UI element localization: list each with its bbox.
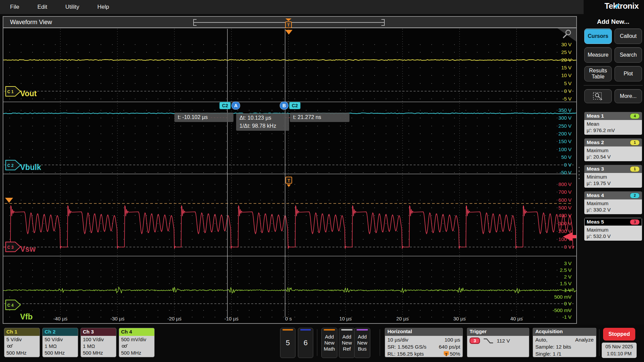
channel-coupling [6,343,38,350]
trigger-t-marker: T [287,22,290,27]
meas-type: Maximum [587,227,640,233]
horizontal-scale: 10 µs/div [387,336,408,343]
trigger-title: Trigger [467,328,529,336]
add-new-bus-button[interactable]: Add New Bus [354,328,370,358]
meas-4-card[interactable]: Meas 42Maximumµ': 330.2 V [584,191,642,214]
channel-3-card[interactable]: Ch 3100 V/div1 MΩ500 MHz [80,328,116,357]
axis-label: 2.5 V [560,267,572,273]
channel-scale: 500 mV/div [121,336,152,343]
channel-1-card[interactable]: Ch 15 V/div500 MHz [4,328,40,357]
trigger-level: 112 V [497,337,510,344]
magnifier-icon[interactable] [557,28,576,42]
waveform-plot[interactable]: 30 V25 V20 V15 V10 V5 V0 V-5 V350 V300 V… [3,28,576,323]
add-new-plot-button[interactable]: Plot [614,66,642,81]
menu-help[interactable]: Help [97,4,109,10]
menu-edit[interactable]: Edit [37,4,47,10]
cursor-b-readout: t: 21.272 ns [290,113,350,122]
channel-name-vfb: Vfb [20,312,33,321]
channel-scale: 50 V/div [45,336,76,343]
meas-name: Meas 3 [587,166,604,172]
meas-source-badge: 4 [630,113,640,119]
add-new-callout-button[interactable]: Callout [614,28,642,44]
axis-label: 0 V [564,88,572,94]
add-new-math-button[interactable]: Add New Math [321,328,337,358]
waveform-plot-area[interactable]: 30 V25 V20 V15 V10 V5 V0 V-5 V350 V300 V… [3,28,576,323]
source-color-stripe [341,329,353,330]
axis-label: 700 V [558,189,572,195]
zoom-select-icon [592,92,604,101]
cursor-b-badge[interactable]: B [280,102,288,110]
meas-source-badge: 3 [630,219,640,225]
channel-tag-vsw[interactable]: C 3 [5,241,21,252]
add-new-search-button[interactable]: Search [614,47,642,63]
time-axis-label: 20 µs [396,316,409,321]
add-new-cursors-button[interactable]: Cursors [584,28,612,44]
axis-label: 500 V [558,205,572,210]
channel-4-card[interactable]: Ch 4500 mV/div500 MHz [119,328,155,357]
meas-3-card[interactable]: Meas 31Minimumµ': 19.75 V [584,165,642,188]
bottom-divider-2 [380,329,380,356]
channel-tag-vfb[interactable]: C 4 [5,299,21,310]
zoom-select-button[interactable] [584,89,612,103]
trigger-card[interactable]: Trigger 3 112 V [467,328,529,357]
meas-1-card[interactable]: Meas 14Meanµ': 976.2 mV [584,112,642,135]
cursor-a-source-badge[interactable]: C2 [219,102,231,109]
meas-source-badge: 2 [630,193,640,198]
sidebar-tools-row: More... [582,89,644,103]
menu-file[interactable]: File [10,4,19,10]
channel-2-card[interactable]: Ch 250 V/div1 MΩ500 MHz [42,328,78,357]
meas-name: Meas 2 [587,139,604,145]
add-new-measure-button[interactable]: Measure [584,47,612,63]
axis-label: 0 V [564,162,572,168]
meas-2-card[interactable]: Meas 21Maximumµ': 20.54 V [584,138,642,161]
horizontal-position: 50% [450,350,460,357]
meas-5-card[interactable]: Meas 53Maximumµ': 532.0 V [584,218,642,241]
channel-tag-vbulk[interactable]: C 2 [5,160,21,171]
tektronix-logo: Tektronix [604,1,639,11]
time-axis-label: 40 µs [511,316,523,321]
channel-tag-vout[interactable]: C 1 [5,86,21,97]
horizontal-card[interactable]: Horizontal 10 µs/div 100 µs SR: 1.5625 G… [385,328,463,357]
time-axis-label: -10 µs [224,316,238,321]
more-button[interactable]: More... [614,89,642,103]
axis-label: 800 V [558,181,572,187]
trigger-position-icon [285,18,291,21]
horizontal-overview-bar[interactable]: T [3,17,576,28]
falling-edge-icon [483,338,494,344]
meas-value: µ': 976.2 mV [587,127,640,133]
svg-text:C 2: C 2 [7,163,14,168]
trace-ch4-vfb[interactable] [3,287,576,293]
meas-source-badge: 1 [630,140,640,145]
add-new-ref-button[interactable]: Add New Ref [339,328,355,358]
add-new-title: Add New... [582,18,644,25]
axis-label: 500 mV [554,294,572,300]
channel-5-button[interactable]: 5 [280,328,296,358]
panel-resize-handle[interactable] [579,167,580,179]
add-new-results-table-button[interactable]: Results Table [584,66,612,81]
delta-t: Δt: 10.123 µs [239,114,286,122]
graticule [3,29,576,317]
time-label: 1:01:10 PM [602,350,637,357]
axis-label: 300 V [558,115,572,121]
acquisition-card[interactable]: Acquisition Auto, Analyze Sample: 12 bit… [533,328,596,357]
trace-ch1-vout[interactable] [3,60,576,61]
axis-label: 10 V [561,72,572,78]
bottom-settings-bar: Ch 15 V/div500 MHzCh 250 V/div1 MΩ500 MH… [0,324,644,362]
channel-6-button[interactable]: 6 [298,328,313,358]
run-stop-status-button[interactable]: Stopped [603,328,635,341]
time-axis-label: -20 µs [167,316,181,321]
trace-ch3-vsw[interactable] [3,205,574,249]
probe-icon [6,343,13,348]
channel-label: Ch 2 [43,328,78,336]
channel-name-vsw: Vsw [20,245,36,254]
axis-label: 5 V [564,80,572,86]
cursor-b-source-badge[interactable]: C2 [289,102,301,109]
resolution: 640 ps/pt [439,343,460,350]
waveform-view-titlebar: Waveform View T [3,17,576,28]
menu-utility[interactable]: Utility [65,4,79,10]
source-color-stripe [324,329,335,330]
cursor-a-badge[interactable]: A [231,102,240,110]
meas-source-badge: 1 [630,166,640,172]
channel-bandwidth: 500 MHz [6,350,38,356]
channel-color-stripe [282,329,293,330]
